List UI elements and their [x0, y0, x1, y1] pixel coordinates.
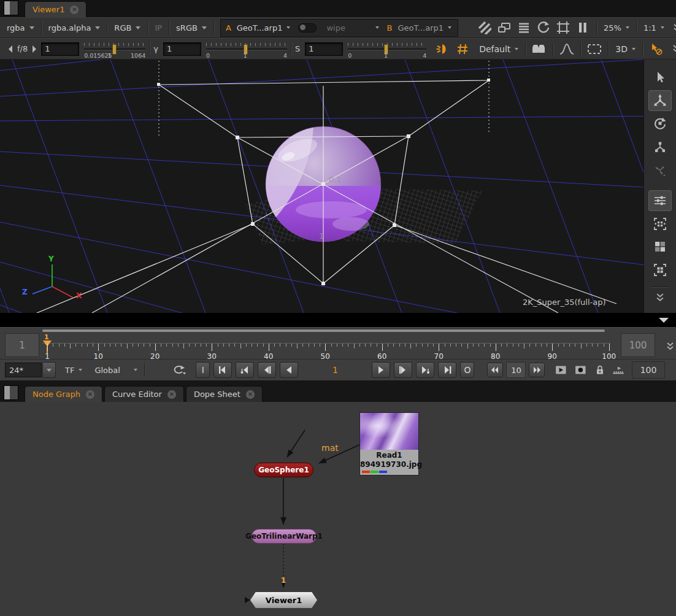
frame-all-icon[interactable] — [648, 260, 672, 280]
chevron-double-icon[interactable] — [668, 41, 676, 57]
loop-icon[interactable] — [171, 364, 186, 376]
layer-dropdown-value: rgba — [7, 23, 25, 33]
tab-viewer1[interactable]: Viewer1 — [25, 1, 86, 17]
tab-dope-sheet[interactable]: Dope Sheet — [186, 386, 263, 402]
node-geosphere1[interactable]: GeoSphere1 — [254, 463, 313, 477]
timeline-ruler[interactable]: 1 1102030405060708090100 — [0, 333, 616, 360]
fps-dropdown[interactable]: 24* — [5, 362, 56, 378]
stripes-icon[interactable] — [477, 20, 493, 36]
tab-curve-editor[interactable]: Curve Editor — [104, 386, 184, 402]
gain-slider-handle[interactable] — [112, 44, 117, 55]
record-icon[interactable] — [575, 364, 588, 375]
sliders-icon[interactable] — [648, 190, 672, 211]
headlamp-icon[interactable] — [435, 41, 451, 57]
flipbook-icon[interactable] — [555, 364, 569, 375]
chevron-double-icon[interactable] — [669, 20, 676, 36]
layout-menu-icon[interactable] — [516, 20, 532, 36]
proxy-dropdown[interactable]: 1:1 — [640, 21, 667, 34]
pane-menu-icon[interactable] — [4, 1, 18, 15]
scatter-icon[interactable] — [648, 160, 672, 180]
dropdown-caret-icon[interactable] — [42, 362, 56, 378]
gain-input[interactable] — [41, 42, 79, 56]
lock-icon[interactable] — [594, 364, 605, 375]
range-end-box[interactable]: 100 — [621, 333, 655, 357]
tf-dropdown[interactable]: TF — [62, 364, 85, 377]
play-button[interactable] — [372, 362, 390, 378]
pivot-icon[interactable] — [648, 136, 672, 157]
gain-slider[interactable]: 0.015625 1 1064 — [84, 41, 145, 57]
zoom-dropdown[interactable]: 25% — [601, 21, 632, 34]
set-in-point-button[interactable]: I — [196, 362, 210, 378]
wipe-dropdown[interactable]: wipe — [323, 21, 382, 34]
collapse-caret-icon[interactable] — [659, 318, 669, 323]
wipe-toggle[interactable] — [298, 23, 317, 33]
to-start-button[interactable] — [213, 362, 232, 378]
layout-grid-icon[interactable] — [648, 214, 672, 234]
format-label: 2K_Super_35(full-ap) — [523, 298, 606, 307]
curve-icon[interactable] — [559, 41, 575, 57]
rewind-button[interactable] — [487, 363, 503, 377]
prev-key-button[interactable] — [236, 362, 254, 378]
gamma-input[interactable] — [163, 42, 201, 56]
s-mid-label: 1 — [384, 52, 388, 59]
divider — [553, 42, 553, 56]
range-scope-dropdown[interactable]: Global — [91, 364, 140, 377]
select-cursor-icon[interactable] — [648, 67, 672, 88]
read1-thumbnail — [360, 413, 418, 450]
tab-node-graph[interactable]: Node Graph — [25, 386, 102, 402]
viewer-3d-viewport[interactable]: 0.1 1 2K_Super_35(full-ap) Y X Z — [0, 60, 676, 313]
layer-dropdown[interactable]: rgba — [4, 21, 37, 34]
step-back-button[interactable] — [258, 362, 276, 378]
float-window-icon[interactable] — [496, 20, 512, 36]
colorspace-dropdown[interactable]: sRGB — [173, 21, 210, 34]
rotate-icon[interactable] — [648, 114, 672, 134]
current-frame[interactable]: 1 — [313, 365, 356, 375]
divider — [149, 42, 150, 56]
stereo-camera-icon[interactable] — [531, 41, 547, 57]
display-channels-dropdown[interactable]: RGB — [111, 21, 144, 34]
next-arrow-icon[interactable] — [29, 41, 39, 57]
refresh-icon[interactable] — [536, 20, 551, 36]
close-icon[interactable] — [167, 390, 176, 399]
pane-menu-icon[interactable] — [4, 385, 18, 400]
step-forward-button[interactable] — [394, 362, 412, 378]
input-a-dropdown[interactable]: GeoT...arp1 — [236, 21, 292, 34]
next-key-button[interactable] — [416, 362, 434, 378]
chevron-double-icon[interactable] — [648, 287, 672, 308]
range-end-display[interactable]: 100 — [632, 361, 665, 379]
ramp-icon[interactable] — [612, 364, 625, 375]
chevron-double-icon[interactable] — [662, 338, 676, 354]
node-graph-canvas[interactable]: GeoSphere1 Read1 894919730.jpg GeoTrilin… — [0, 402, 676, 616]
view-mode-dropdown[interactable]: 3D — [612, 42, 639, 56]
playhead[interactable]: 1 — [0, 333, 12, 358]
fast-forward-button[interactable] — [529, 363, 545, 377]
frame-step-box[interactable]: 10 — [506, 362, 526, 378]
translate-icon[interactable] — [648, 90, 672, 111]
viewer-toolbar-bottom: f/8 0.015625 1 1064 γ 0 1 4 S — [0, 38, 676, 60]
frame-range-strip[interactable] — [0, 313, 676, 327]
gamma-slider[interactable]: 0 1 4 — [206, 41, 287, 57]
saturation-slider[interactable]: 0 1 4 — [348, 41, 426, 57]
four-squares-icon[interactable] — [648, 237, 672, 258]
overlay-preset-dropdown[interactable]: Default — [476, 42, 521, 56]
alpha-dropdown[interactable]: rgba.alpha — [45, 21, 104, 34]
color-sample-icon[interactable] — [648, 41, 664, 57]
timeline-scrollbar[interactable] — [42, 329, 605, 332]
grid-hash-icon[interactable] — [455, 41, 471, 57]
roi-icon[interactable] — [586, 41, 602, 57]
node-viewer1[interactable]: Viewer1 — [250, 592, 317, 608]
node-geotrilinearwarp1[interactable]: GeoTrilinearWarp1 — [252, 529, 317, 544]
close-icon[interactable] — [86, 390, 94, 399]
close-icon[interactable] — [70, 6, 79, 14]
input-b-dropdown[interactable]: GeoT...arp1 — [396, 21, 453, 34]
close-icon[interactable] — [246, 390, 255, 399]
to-end-button[interactable] — [438, 362, 456, 378]
play-backward-button[interactable] — [280, 362, 298, 378]
input-process-button[interactable]: IP — [152, 21, 165, 34]
pause-icon[interactable] — [575, 20, 591, 36]
saturation-input[interactable] — [305, 42, 343, 56]
node-read1[interactable]: Read1 894919730.jpg — [359, 412, 419, 475]
format-overlay-icon[interactable] — [555, 20, 571, 36]
prev-arrow-icon[interactable] — [6, 41, 15, 57]
set-out-point-button[interactable]: O — [460, 362, 474, 378]
